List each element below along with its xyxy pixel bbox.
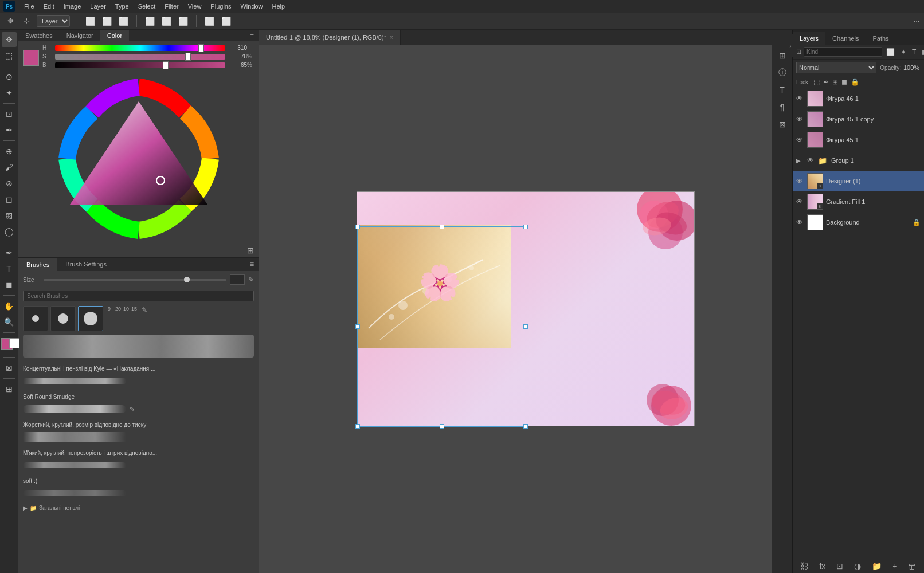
heal-tool[interactable]: ⊕ (2, 144, 17, 159)
sel-handle-tr[interactable] (523, 225, 528, 229)
sel-handle-br[interactable] (523, 424, 528, 429)
align-top-btn[interactable]: ⬜ (144, 15, 156, 27)
layer-group-btn[interactable]: 📁 (872, 562, 882, 571)
tab-close-btn[interactable]: × (390, 34, 393, 41)
brush-group-general[interactable]: ▶ 📁 Загальні пензлі (23, 504, 254, 512)
canvas-paragraph[interactable]: ¶ (775, 100, 790, 115)
layer-item-background[interactable]: 👁 Background 🔒 (793, 212, 924, 233)
canvas-tab-untitled[interactable]: Untitled-1 @ 18,8% (Designer (1), RGB/8)… (259, 30, 401, 45)
layer-link-btn[interactable]: ⛓ (800, 562, 808, 571)
brush-action-icon[interactable]: ✎ (130, 406, 135, 413)
layer-vis-45[interactable]: 👁 (796, 136, 804, 144)
brush-panel-options[interactable]: ≡ (245, 258, 259, 271)
canvas-text-tool[interactable]: T (775, 83, 790, 97)
layers-filter-type[interactable]: T (910, 48, 918, 57)
layer-fx-btn[interactable]: fx (819, 562, 825, 571)
layers-filter-shape[interactable]: ◼ (920, 48, 924, 57)
sel-handle-bm[interactable] (440, 424, 444, 429)
menu-file[interactable]: File (24, 3, 34, 10)
layer-item-figura-45-copy[interactable]: 👁 Фігура 45 1 copy (793, 109, 924, 129)
menu-edit[interactable]: Edit (44, 3, 54, 10)
brush-item-soft[interactable]: soft :( (23, 476, 254, 504)
lock-extra-btn[interactable]: 🔒 (851, 78, 859, 86)
brush-search-input[interactable] (23, 291, 254, 301)
color-wheel-container[interactable] (18, 74, 259, 244)
align-right-btn[interactable]: ⬜ (118, 15, 130, 27)
layer-vis-bg[interactable]: 👁 (796, 218, 804, 226)
menu-view[interactable]: View (188, 3, 202, 10)
layer-new-btn[interactable]: + (892, 562, 897, 571)
menu-plugins[interactable]: Plugins (210, 3, 231, 10)
opacity-value[interactable]: 100% (903, 64, 921, 71)
brush-item-soft-round-smudge[interactable]: Soft Round Smudge ✎ (23, 391, 254, 419)
move-tool[interactable]: ✥ (2, 32, 17, 47)
dist-v-btn[interactable]: ⬜ (220, 15, 232, 27)
canvas-info[interactable]: ⓘ (775, 65, 790, 80)
selection-tool[interactable]: ⬚ (2, 48, 17, 63)
layer-item-figura-46[interactable]: 👁 Фігура 46 1 (793, 88, 924, 109)
lock-artboard-btn[interactable]: ⊞ (832, 78, 838, 86)
crop-tool[interactable]: ⊡ (2, 107, 17, 121)
clone-tool[interactable]: ⊛ (2, 176, 17, 191)
layer-vis-46[interactable]: 👁 (796, 95, 804, 103)
brush-tool[interactable]: 🖌 (2, 160, 17, 175)
background-color[interactable] (9, 338, 19, 348)
sel-handle-mr[interactable] (523, 324, 528, 329)
design-canvas[interactable] (357, 191, 695, 426)
layers-search-input[interactable] (804, 47, 882, 57)
layer-item-gradient-fill[interactable]: 👁 8 Gradient Fill 1 (793, 191, 924, 212)
color-wheel[interactable] (58, 79, 219, 239)
menu-type[interactable]: Type (115, 3, 129, 10)
tab-navigator[interactable]: Navigator (60, 30, 100, 41)
gradient-tool[interactable]: ▨ (2, 208, 17, 223)
menu-select[interactable]: Select (138, 3, 156, 10)
layer-select[interactable]: Layer (37, 15, 70, 27)
brush-size-edit-icon[interactable]: ✎ (248, 276, 254, 284)
align-center-v-btn[interactable]: ⬜ (160, 15, 173, 27)
menu-filter[interactable]: Filter (165, 3, 178, 10)
menu-window[interactable]: Window (240, 3, 263, 10)
tab-paths[interactable]: Paths (866, 32, 896, 45)
brush-list[interactable]: Концептуальні і пензлі від Kyle — «Накла… (18, 361, 259, 573)
menu-layer[interactable]: Layer (90, 3, 106, 10)
layers-filter-pixel[interactable]: ⬜ (884, 48, 896, 57)
eraser-tool[interactable]: ◻ (2, 192, 17, 207)
sat-track[interactable] (55, 54, 225, 60)
layer-vis-g1[interactable]: 👁 (807, 156, 815, 164)
bright-thumb[interactable] (163, 61, 169, 69)
lock-position-btn[interactable]: ✒ (823, 78, 829, 86)
screen-mode-btn[interactable]: ⊞ (2, 382, 17, 397)
brush-add-btn[interactable]: ✎ (142, 306, 147, 331)
layers-filter-adj[interactable]: ✦ (899, 48, 908, 57)
brush-size-input[interactable] (230, 274, 245, 285)
quick-mask-tool[interactable]: ⊠ (2, 360, 17, 375)
lasso-tool[interactable]: ⊙ (2, 69, 17, 84)
tab-color[interactable]: Color (100, 30, 129, 41)
blend-mode-select[interactable]: Normal (796, 62, 876, 73)
zoom-tool[interactable]: 🔍 (2, 315, 17, 329)
shape-tool[interactable]: ◼ (2, 277, 17, 292)
dist-h-btn[interactable]: ⬜ (203, 15, 216, 27)
text-tool[interactable]: T (2, 261, 17, 276)
brush-item-hard-round[interactable]: Жорсткий, круглий, розмір відповідно до … (23, 419, 254, 448)
brush-preset-3[interactable] (78, 306, 103, 331)
brush-size-thumb[interactable] (184, 277, 190, 282)
wand-tool[interactable]: ✦ (2, 85, 17, 100)
lock-pixels-btn[interactable]: ⬚ (813, 78, 820, 86)
color-preview-swatch[interactable] (23, 50, 39, 66)
layer-vis-gf[interactable]: 👁 (796, 198, 804, 206)
dodge-tool[interactable]: ◯ (2, 224, 17, 239)
panel-collapse-btn[interactable]: ≡ (246, 30, 259, 41)
layer-mask-btn[interactable]: ⊡ (836, 562, 843, 571)
eyedropper-tool[interactable]: ✒ (2, 123, 17, 138)
menu-image[interactable]: Image (64, 3, 81, 10)
more-options-btn[interactable]: ··· (914, 17, 919, 25)
hue-thumb[interactable] (198, 44, 204, 52)
expand-color-btn[interactable]: ⊞ (247, 246, 254, 255)
align-bottom-btn[interactable]: ⬜ (177, 15, 189, 27)
layer-item-figura-45[interactable]: 👁 Фігура 45 1 (793, 129, 924, 150)
tab-channels[interactable]: Channels (825, 32, 866, 45)
pen-tool[interactable]: ✒ (2, 245, 17, 260)
bright-track[interactable] (55, 62, 225, 68)
align-left-btn[interactable]: ⬜ (84, 15, 96, 27)
